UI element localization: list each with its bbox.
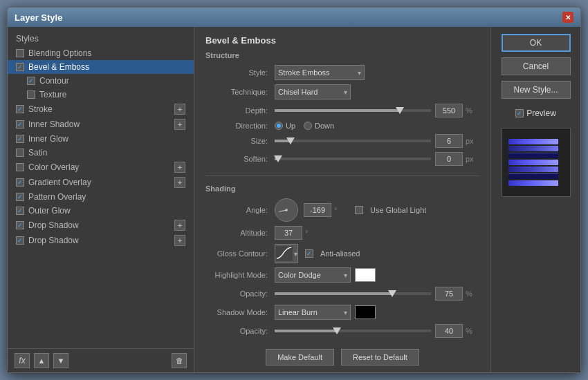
gradient-overlay-checkbox[interactable] bbox=[16, 178, 24, 187]
outer-glow-checkbox[interactable] bbox=[16, 207, 24, 215]
style-label: Style: bbox=[205, 68, 268, 77]
angle-input[interactable] bbox=[304, 203, 331, 217]
inner-glow-label: Inner Glow bbox=[28, 134, 68, 144]
satin-checkbox[interactable] bbox=[16, 149, 24, 157]
sidebar-item-stroke[interactable]: Stroke + bbox=[8, 102, 194, 117]
ok-button[interactable]: OK bbox=[502, 34, 571, 52]
depth-row: Depth: % bbox=[205, 104, 479, 117]
drop-shadow-2-add-button[interactable]: + bbox=[174, 235, 185, 246]
depth-input[interactable] bbox=[435, 104, 463, 117]
sidebar-item-inner-shadow[interactable]: Inner Shadow + bbox=[8, 117, 194, 132]
bevel-emboss-checkbox[interactable] bbox=[16, 63, 24, 71]
drop-shadow-2-label: Drop Shadow bbox=[28, 236, 79, 245]
left-panel: Styles Blending Options Bevel & Emboss C… bbox=[8, 27, 194, 372]
inner-shadow-add-button[interactable]: + bbox=[174, 119, 185, 130]
right-panel: OK Cancel New Style... Preview bbox=[490, 27, 580, 372]
reset-to-default-button[interactable]: Reset to Default bbox=[341, 349, 419, 365]
soften-slider[interactable] bbox=[275, 158, 431, 160]
size-slider[interactable] bbox=[275, 140, 431, 142]
sidebar-item-blending-options[interactable]: Blending Options bbox=[8, 46, 194, 60]
direction-up-radio[interactable] bbox=[275, 122, 283, 130]
delete-button[interactable]: 🗑 bbox=[172, 353, 187, 368]
sidebar-item-contour[interactable]: Contour bbox=[8, 74, 194, 88]
size-input[interactable] bbox=[435, 134, 463, 148]
title-bar: Layer Style ✕ bbox=[8, 8, 580, 27]
stroke-add-button[interactable]: + bbox=[174, 104, 185, 115]
layer-style-dialog: Layer Style ✕ Styles Blending Options Be… bbox=[7, 7, 581, 373]
move-up-button[interactable]: ▲ bbox=[34, 353, 49, 368]
stroke-checkbox[interactable] bbox=[16, 105, 24, 113]
color-overlay-checkbox[interactable] bbox=[16, 163, 24, 171]
highlight-opacity-input[interactable] bbox=[435, 287, 463, 301]
preview-area bbox=[502, 128, 571, 197]
color-overlay-add-button[interactable]: + bbox=[174, 162, 185, 173]
sidebar-item-color-overlay[interactable]: Color Overlay + bbox=[8, 160, 194, 175]
shadow-opacity-slider-container: % bbox=[275, 324, 479, 338]
sidebar-item-drop-shadow-2[interactable]: Drop Shadow + bbox=[8, 233, 194, 248]
soften-input[interactable] bbox=[435, 152, 463, 166]
direction-down-radio[interactable] bbox=[304, 122, 312, 130]
cancel-button[interactable]: Cancel bbox=[502, 57, 571, 75]
color-overlay-label: Color Overlay bbox=[28, 162, 79, 172]
shadow-mode-select[interactable]: Linear Burn bbox=[275, 305, 351, 320]
shadow-mode-row: Shadow Mode: Linear Burn bbox=[205, 305, 479, 320]
sidebar-item-bevel-emboss[interactable]: Bevel & Emboss bbox=[8, 60, 194, 74]
soften-row: Soften: px bbox=[205, 152, 479, 166]
sidebar-item-drop-shadow-1[interactable]: Drop Shadow + bbox=[8, 218, 194, 233]
preview-checkbox[interactable] bbox=[515, 109, 524, 117]
texture-checkbox[interactable] bbox=[27, 91, 35, 99]
altitude-row: Altitude: ° bbox=[205, 226, 479, 240]
shadow-opacity-slider[interactable] bbox=[275, 330, 431, 332]
shadow-opacity-label: Opacity: bbox=[205, 327, 268, 335]
close-button[interactable]: ✕ bbox=[562, 12, 573, 23]
sidebar-item-gradient-overlay[interactable]: Gradient Overlay + bbox=[8, 175, 194, 190]
sidebar-item-satin[interactable]: Satin bbox=[8, 146, 194, 160]
gloss-contour-picker[interactable]: ▾ bbox=[275, 244, 298, 263]
drop-shadow-2-checkbox[interactable] bbox=[16, 236, 24, 245]
sidebar-item-inner-glow[interactable]: Inner Glow bbox=[8, 132, 194, 146]
depth-label: Depth: bbox=[205, 106, 268, 115]
blending-options-checkbox[interactable] bbox=[16, 49, 24, 57]
highlight-opacity-label: Opacity: bbox=[205, 289, 268, 298]
preview-stripe-7 bbox=[508, 180, 558, 186]
styles-header: Styles bbox=[8, 31, 194, 46]
contour-preview-svg bbox=[275, 245, 293, 262]
style-select[interactable]: Stroke Emboss bbox=[275, 65, 365, 80]
sidebar-item-outer-glow[interactable]: Outer Glow bbox=[8, 204, 194, 218]
depth-slider-container: % bbox=[275, 104, 479, 117]
highlight-mode-select[interactable]: Color Dodge bbox=[275, 267, 351, 283]
size-row: Size: px bbox=[205, 134, 479, 148]
highlight-color-swatch[interactable] bbox=[355, 268, 376, 282]
shadow-opacity-input[interactable] bbox=[435, 324, 463, 338]
inner-glow-checkbox[interactable] bbox=[16, 135, 24, 143]
drop-shadow-1-add-button[interactable]: + bbox=[174, 220, 185, 231]
section-title: Bevel & Emboss bbox=[205, 35, 479, 46]
drop-shadow-1-checkbox[interactable] bbox=[16, 221, 24, 229]
highlight-opacity-slider[interactable] bbox=[275, 292, 431, 295]
fx-button[interactable]: fx bbox=[15, 353, 30, 368]
texture-label: Texture bbox=[39, 90, 66, 99]
gradient-overlay-add-button[interactable]: + bbox=[174, 177, 185, 188]
move-down-button[interactable]: ▼ bbox=[53, 353, 68, 368]
dialog-title: Layer Style bbox=[15, 12, 62, 23]
new-style-button[interactable]: New Style... bbox=[502, 81, 571, 99]
highlight-opacity-row: Opacity: % bbox=[205, 287, 479, 301]
contour-checkbox[interactable] bbox=[27, 77, 35, 85]
sidebar-item-texture[interactable]: Texture bbox=[8, 88, 194, 102]
pattern-overlay-checkbox[interactable] bbox=[16, 193, 24, 201]
sidebar-item-pattern-overlay[interactable]: Pattern Overlay bbox=[8, 190, 194, 204]
technique-select[interactable]: Chisel Hard bbox=[275, 84, 351, 99]
anti-aliased-checkbox[interactable] bbox=[305, 249, 313, 258]
altitude-input[interactable] bbox=[275, 226, 302, 240]
inner-shadow-checkbox[interactable] bbox=[16, 120, 24, 129]
direction-down-option[interactable]: Down bbox=[304, 122, 334, 130]
size-unit: px bbox=[466, 137, 479, 145]
soften-label: Soften: bbox=[205, 155, 268, 163]
satin-label: Satin bbox=[28, 148, 47, 158]
shadow-color-swatch[interactable] bbox=[355, 305, 376, 319]
direction-up-option[interactable]: Up bbox=[275, 122, 295, 130]
depth-slider[interactable] bbox=[275, 109, 431, 112]
make-default-button[interactable]: Make Default bbox=[266, 349, 334, 365]
use-global-light-checkbox[interactable] bbox=[355, 206, 363, 214]
angle-wheel[interactable] bbox=[275, 198, 298, 222]
